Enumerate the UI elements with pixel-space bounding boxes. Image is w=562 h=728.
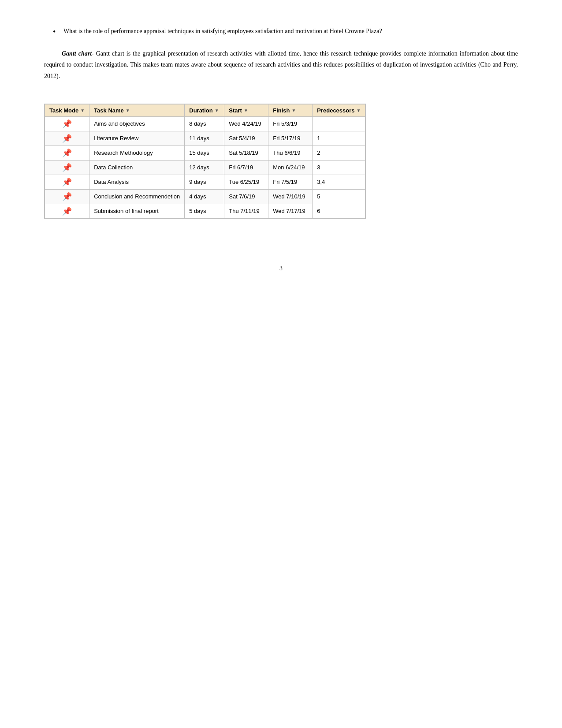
task-mode-cell: 📌 <box>45 160 89 175</box>
task-mode-dropdown-arrow[interactable]: ▼ <box>80 108 85 113</box>
table-body: 📌Aims and objectives8 daysWed 4/24/19Fri… <box>45 116 365 218</box>
bullet-section: • What is the role of performance apprai… <box>44 26 518 37</box>
finish-cell: Wed 7/17/19 <box>268 204 313 218</box>
predecessors-cell <box>313 116 365 131</box>
duration-cell: 12 days <box>185 160 224 175</box>
finish-cell: Fri 7/5/19 <box>268 175 313 189</box>
start-cell: Wed 4/24/19 <box>224 116 268 131</box>
task-mode-cell: 📌 <box>45 189 89 204</box>
predecessors-cell: 1 <box>313 131 365 146</box>
bullet-item: • What is the role of performance apprai… <box>44 26 518 37</box>
finish-cell: Thu 6/6/19 <box>268 146 313 160</box>
predecessors-cell: 3 <box>313 160 365 175</box>
task-mode-cell: 📌 <box>45 131 89 146</box>
gantt-paragraph-text: Gantt chart is the graphical presentatio… <box>44 50 518 79</box>
col-header-start[interactable]: Start ▼ <box>224 104 268 116</box>
col-header-finish[interactable]: Finish ▼ <box>268 104 313 116</box>
finish-cell: Wed 7/10/19 <box>268 189 313 204</box>
task-mode-icon: 📌 <box>62 119 72 128</box>
start-cell: Sat 5/4/19 <box>224 131 268 146</box>
task-mode-icon: 📌 <box>62 192 72 201</box>
task-mode-icon: 📌 <box>62 149 72 157</box>
predecessors-cell: 2 <box>313 146 365 160</box>
task-mode-icon: 📌 <box>62 178 72 187</box>
start-cell: Fri 6/7/19 <box>224 160 268 175</box>
start-cell: Tue 6/25/19 <box>224 175 268 189</box>
start-cell: Thu 7/11/19 <box>224 204 268 218</box>
duration-dropdown-arrow[interactable]: ▼ <box>215 108 219 113</box>
duration-cell: 15 days <box>185 146 224 160</box>
task-mode-cell: 📌 <box>45 146 89 160</box>
table-row: 📌Data Analysis9 daysTue 6/25/19Fri 7/5/1… <box>45 175 365 189</box>
predecessors-cell: 3,4 <box>313 175 365 189</box>
col-header-duration[interactable]: Duration ▼ <box>185 104 224 116</box>
table-row: 📌Literature Review11 daysSat 5/4/19Fri 5… <box>45 131 365 146</box>
task-mode-cell: 📌 <box>45 175 89 189</box>
start-cell: Sat 7/6/19 <box>224 189 268 204</box>
predecessors-cell: 5 <box>313 189 365 204</box>
gantt-table-container: Task Mode ▼ Task Name ▼ Duration ▼ <box>44 104 366 219</box>
col-header-task-name[interactable]: Task Name ▼ <box>89 104 185 116</box>
bullet-text: What is the role of performance appraisa… <box>63 26 382 36</box>
predecessors-dropdown-arrow[interactable]: ▼ <box>357 108 361 113</box>
table-row: 📌Submission of final report5 daysThu 7/1… <box>45 204 365 218</box>
col-header-task-mode[interactable]: Task Mode ▼ <box>45 104 89 116</box>
task-name-cell: Research Methodology <box>89 146 185 160</box>
table-row: 📌Research Methodology15 daysSat 5/18/19T… <box>45 146 365 160</box>
task-mode-cell: 📌 <box>45 116 89 131</box>
col-header-predecessors[interactable]: Predecessors ▼ <box>313 104 365 116</box>
duration-cell: 11 days <box>185 131 224 146</box>
gantt-bold-italic-label: Gantt chart- <box>62 50 94 57</box>
task-mode-cell: 📌 <box>45 204 89 218</box>
task-name-cell: Data Collection <box>89 160 185 175</box>
predecessors-cell: 6 <box>313 204 365 218</box>
finish-cell: Mon 6/24/19 <box>268 160 313 175</box>
start-cell: Sat 5/18/19 <box>224 146 268 160</box>
duration-cell: 4 days <box>185 189 224 204</box>
table-row: 📌Aims and objectives8 daysWed 4/24/19Fri… <box>45 116 365 131</box>
finish-cell: Fri 5/3/19 <box>268 116 313 131</box>
bullet-dot: • <box>53 26 60 37</box>
task-name-cell: Literature Review <box>89 131 185 146</box>
task-name-cell: Submission of final report <box>89 204 185 218</box>
task-mode-icon: 📌 <box>62 134 72 143</box>
duration-cell: 9 days <box>185 175 224 189</box>
task-name-dropdown-arrow[interactable]: ▼ <box>126 108 130 113</box>
task-name-cell: Data Analysis <box>89 175 185 189</box>
finish-dropdown-arrow[interactable]: ▼ <box>292 108 296 113</box>
gantt-paragraph: Gantt chart- Gantt chart is the graphica… <box>44 48 518 82</box>
task-name-cell: Aims and objectives <box>89 116 185 131</box>
table-row: 📌Conclusion and Recommendetion4 daysSat … <box>45 189 365 204</box>
duration-cell: 5 days <box>185 204 224 218</box>
start-dropdown-arrow[interactable]: ▼ <box>244 108 248 113</box>
task-mode-icon: 📌 <box>62 207 72 216</box>
finish-cell: Fri 5/17/19 <box>268 131 313 146</box>
duration-cell: 8 days <box>185 116 224 131</box>
task-mode-icon: 📌 <box>62 163 72 172</box>
task-name-cell: Conclusion and Recommendetion <box>89 189 185 204</box>
table-row: 📌Data Collection12 daysFri 6/7/19Mon 6/2… <box>45 160 365 175</box>
table-header-row: Task Mode ▼ Task Name ▼ Duration ▼ <box>45 104 365 116</box>
gantt-table: Task Mode ▼ Task Name ▼ Duration ▼ <box>45 104 365 219</box>
page-number: 3 <box>44 265 518 272</box>
